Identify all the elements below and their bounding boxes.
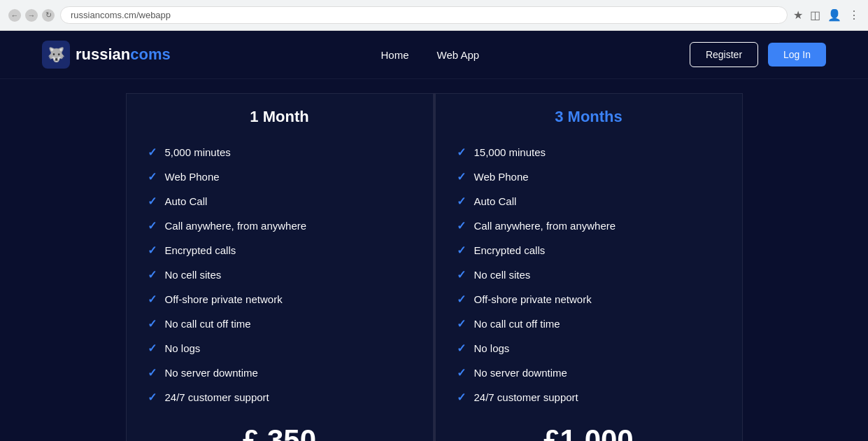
feature-text: Call anywhere, from anywhere (165, 220, 307, 232)
list-item: ✓ Web Phone (148, 164, 412, 189)
feature-text: 15,000 minutes (474, 146, 546, 158)
check-icon: ✓ (148, 391, 157, 404)
list-item: ✓ 24/7 customer support (148, 385, 412, 410)
nav-webapp-link[interactable]: Web App (437, 49, 480, 61)
features-list-1month: ✓ 5,000 minutes ✓ Web Phone ✓ Auto Call … (148, 140, 412, 410)
feature-text: Web Phone (474, 171, 529, 183)
check-icon: ✓ (148, 293, 157, 306)
browser-icons: ★ ◫ 👤 ⋮ (793, 8, 860, 22)
check-icon: ✓ (148, 219, 157, 232)
list-item: ✓ Web Phone (457, 164, 721, 189)
feature-text: No cell sites (474, 269, 531, 281)
check-icon: ✓ (457, 244, 466, 257)
check-icon: ✓ (148, 170, 157, 183)
feature-text: No call cut off time (165, 318, 251, 330)
check-icon: ✓ (148, 366, 157, 379)
check-icon: ✓ (148, 317, 157, 330)
feature-text: Off-shore private network (474, 293, 592, 305)
features-list-3months: ✓ 15,000 minutes ✓ Web Phone ✓ Auto Call… (457, 140, 721, 410)
price-area-1month: £ 350 (148, 424, 412, 441)
feature-text: 24/7 customer support (165, 391, 269, 403)
feature-text: No call cut off time (474, 318, 560, 330)
plan-title-1month: 1 Month (148, 108, 412, 126)
feature-text: Off-shore private network (165, 293, 283, 305)
price-1month: £ 350 (243, 424, 316, 441)
check-icon: ✓ (148, 146, 157, 159)
list-item: ✓ Encrypted calls (148, 238, 412, 262)
logo-russian: russian (76, 46, 130, 63)
feature-text: No logs (474, 342, 510, 354)
check-icon: ✓ (457, 391, 466, 404)
list-item: ✓ Off-shore private network (148, 287, 412, 312)
check-icon: ✓ (457, 342, 466, 355)
feature-text: 5,000 minutes (165, 146, 231, 158)
browser-chrome: ← → ↻ russiancoms.cm/webapp ★ ◫ 👤 ⋮ (0, 0, 868, 31)
feature-text: Encrypted calls (474, 244, 546, 256)
list-item: ✓ No server downtime (457, 360, 721, 385)
check-icon: ✓ (457, 195, 466, 208)
list-item: ✓ No server downtime (148, 360, 412, 385)
list-item: ✓ Auto Call (148, 189, 412, 214)
feature-text: Encrypted calls (165, 244, 236, 256)
list-item: ✓ No logs (457, 336, 721, 360)
feature-text: Auto Call (165, 195, 208, 207)
check-icon: ✓ (457, 293, 466, 306)
check-icon: ✓ (148, 268, 157, 281)
list-item: ✓ No call cut off time (148, 312, 412, 336)
feature-text: Web Phone (165, 171, 220, 183)
list-item: ✓ No logs (148, 336, 412, 360)
check-icon: ✓ (457, 170, 466, 183)
feature-text: No server downtime (165, 367, 258, 379)
address-bar[interactable]: russiancoms.cm/webapp (60, 6, 788, 24)
bookmark-icon[interactable]: ★ (793, 8, 803, 22)
list-item: ✓ Auto Call (457, 189, 721, 214)
forward-button[interactable]: → (25, 9, 38, 22)
price-3months: £1,000 (543, 424, 633, 441)
check-icon: ✓ (148, 195, 157, 208)
list-item: ✓ 5,000 minutes (148, 140, 412, 164)
list-item: ✓ 15,000 minutes (457, 140, 721, 164)
list-item: ✓ No call cut off time (457, 312, 721, 336)
pricing-card-1month: 1 Month ✓ 5,000 minutes ✓ Web Phone ✓ Au… (126, 93, 434, 441)
logo-text: russiancoms (76, 46, 171, 64)
feature-text: No logs (165, 342, 201, 354)
check-icon: ✓ (148, 244, 157, 257)
check-icon: ✓ (457, 219, 466, 232)
profile-icon[interactable]: 👤 (827, 8, 841, 22)
logo: 🐺 russiancoms (42, 41, 171, 69)
check-icon: ✓ (148, 342, 157, 355)
list-item: ✓ Call anywhere, from anywhere (148, 214, 412, 238)
check-icon: ✓ (457, 317, 466, 330)
list-item: ✓ No cell sites (457, 262, 721, 287)
pricing-section: 1 Month ✓ 5,000 minutes ✓ Web Phone ✓ Au… (0, 79, 868, 441)
login-button[interactable]: Log In (768, 43, 826, 66)
check-icon: ✓ (457, 146, 466, 159)
menu-icon[interactable]: ⋮ (848, 8, 860, 22)
feature-text: Call anywhere, from anywhere (474, 220, 616, 232)
pricing-card-3months: 3 Months ✓ 15,000 minutes ✓ Web Phone ✓ … (435, 93, 743, 441)
list-item: ✓ Off-shore private network (457, 287, 721, 312)
url-text: russiancoms.cm/webapp (71, 10, 171, 20)
logo-icon: 🐺 (42, 41, 70, 69)
list-item: ✓ Call anywhere, from anywhere (457, 214, 721, 238)
feature-text: 24/7 customer support (474, 391, 578, 403)
register-button[interactable]: Register (690, 42, 758, 67)
refresh-button[interactable]: ↻ (42, 9, 55, 22)
back-button[interactable]: ← (8, 9, 21, 22)
check-icon: ✓ (457, 268, 466, 281)
plan-title-3months: 3 Months (457, 108, 721, 126)
check-icon: ✓ (457, 366, 466, 379)
list-item: ✓ 24/7 customer support (457, 385, 721, 410)
extensions-icon[interactable]: ◫ (810, 8, 820, 22)
list-item: ✓ Encrypted calls (457, 238, 721, 262)
feature-text: Auto Call (474, 195, 517, 207)
feature-text: No server downtime (474, 367, 567, 379)
nav-links: Home Web App (381, 49, 480, 61)
nav-home-link[interactable]: Home (381, 49, 409, 61)
logo-coms: coms (130, 46, 170, 63)
navbar: 🐺 russiancoms Home Web App Register Log … (0, 31, 868, 79)
browser-controls: ← → ↻ (8, 9, 55, 22)
list-item: ✓ No cell sites (148, 262, 412, 287)
nav-buttons: Register Log In (690, 42, 826, 67)
price-area-3months: £1,000 (457, 424, 721, 441)
